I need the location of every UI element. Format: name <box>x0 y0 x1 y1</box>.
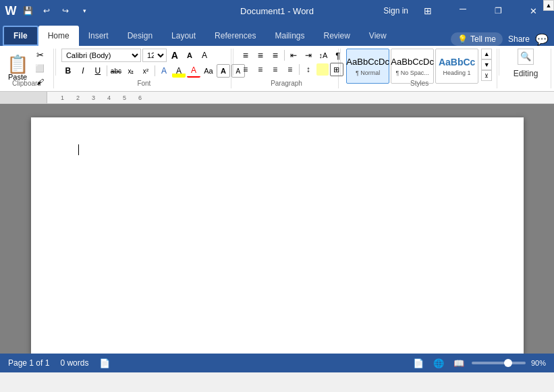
search-button[interactable]: 🔍 <box>518 49 534 65</box>
read-mode-button[interactable]: 📖 <box>451 357 466 369</box>
collapse-ribbon-area: ▲ <box>551 49 554 88</box>
zoom-thumb <box>504 359 512 367</box>
style-normal-label: ¶ Normal <box>356 69 380 76</box>
tab-mailings[interactable]: Mailings <box>265 26 314 46</box>
ruler-mark-1: 1 <box>61 94 64 101</box>
zoom-slider[interactable] <box>472 362 526 364</box>
layout-icon-button[interactable]: ⊞ <box>412 0 443 22</box>
styles-gallery: AaBbCcDc ¶ Normal AaBbCcDc ¶ No Spac... … <box>346 49 478 84</box>
style-normal[interactable]: AaBbCcDc ¶ Normal <box>346 49 389 84</box>
clipboard-label: Clipboard <box>0 80 53 87</box>
bold-button[interactable]: B <box>61 64 75 78</box>
font-name-selector[interactable]: Calibri (Body) <box>61 49 141 62</box>
shrink-font-button[interactable]: A <box>183 49 196 62</box>
align-right-button[interactable]: ≡ <box>269 63 282 76</box>
highlight-button[interactable]: A <box>172 64 186 78</box>
document-area[interactable] <box>0 104 554 354</box>
collapse-ribbon-button[interactable]: ▲ <box>543 0 554 11</box>
copy-button[interactable]: ⬜ <box>32 62 47 74</box>
tab-references[interactable]: References <box>205 26 265 46</box>
tab-view[interactable]: View <box>360 26 396 46</box>
style-heading1-preview: AaBbCc <box>439 56 475 69</box>
proofing-icon[interactable]: 📄 <box>99 358 110 368</box>
style-no-space-label: ¶ No Spac... <box>395 69 428 76</box>
styles-scroll-down[interactable]: ▼ <box>481 59 492 70</box>
multilevel-button[interactable]: ≡ <box>269 49 282 62</box>
font-row-2: B I U abc x₂ x² A A A Aa A A <box>61 64 245 78</box>
para-divider-2 <box>299 64 300 75</box>
tab-file[interactable]: File <box>3 26 38 46</box>
font-divider-1 <box>107 65 107 76</box>
tab-layout[interactable]: Layout <box>162 26 205 46</box>
styles-label: Styles <box>342 80 497 87</box>
style-no-space-preview: AaBbCcDc <box>391 56 434 68</box>
align-left-button[interactable]: ≡ <box>239 63 252 76</box>
para-row-2: ≡ ≡ ≡ ≡ ↕ ⊞ <box>239 63 343 76</box>
increase-indent-button[interactable]: ⇥ <box>302 49 315 62</box>
style-no-space[interactable]: AaBbCcDc ¶ No Spac... <box>391 49 434 84</box>
font-color-button[interactable]: A <box>187 64 200 78</box>
tab-insert[interactable]: Insert <box>79 26 118 46</box>
comments-icon[interactable]: 💬 <box>535 33 549 46</box>
font-group: Calibri (Body) 12 A A A B I U abc x₂ x² … <box>57 49 231 88</box>
cut-button[interactable]: ✂ <box>32 49 47 61</box>
shading-button[interactable] <box>316 63 329 76</box>
divider-4 <box>499 49 499 76</box>
quick-more-button[interactable]: ▾ <box>77 3 92 18</box>
ruler-mark-6: 6 <box>138 94 142 101</box>
tell-me-label: Tell me <box>470 34 496 44</box>
paragraph-group: ≡ ≡ ≡ ⇤ ⇥ ↕A ¶ ≡ ≡ ≡ ≡ ↕ ⊞ Paragraph <box>235 49 339 88</box>
print-layout-button[interactable]: 📄 <box>411 357 426 369</box>
sort-button[interactable]: ↕A <box>316 49 330 62</box>
quick-undo-button[interactable]: ↩ <box>39 3 54 18</box>
lightbulb-icon: 💡 <box>458 34 468 44</box>
italic-button[interactable]: I <box>76 64 90 78</box>
ribbon-tabs: File Home Insert Design Layout Reference… <box>0 22 554 46</box>
underline-button[interactable]: U <box>91 64 105 78</box>
style-heading1-label: Heading 1 <box>443 69 471 76</box>
align-center-button[interactable]: ≡ <box>254 63 267 76</box>
justify-button[interactable]: ≡ <box>283 63 297 76</box>
clear-format-button[interactable]: A <box>198 49 211 62</box>
sign-in-button[interactable]: Sign in <box>383 6 408 16</box>
subscript-button[interactable]: x₂ <box>124 64 138 78</box>
tab-review[interactable]: Review <box>314 26 359 46</box>
title-left: W 💾 ↩ ↪ ▾ <box>5 3 92 18</box>
minimize-button[interactable]: ─ <box>447 0 478 22</box>
ruler-marks: 1 2 3 4 5 6 <box>61 94 154 101</box>
change-case-button[interactable]: Aa <box>202 64 215 78</box>
font-divider-2 <box>155 65 155 76</box>
font-size-selector[interactable]: 12 <box>142 49 167 62</box>
superscript-button[interactable]: x² <box>139 64 153 78</box>
quick-redo-button[interactable]: ↪ <box>58 3 73 18</box>
strikethrough-button[interactable]: abc <box>109 64 123 78</box>
styles-scroll: ▲ ▼ ⊻ <box>481 49 492 81</box>
line-spacing-button[interactable]: ↕ <box>302 63 315 76</box>
styles-scroll-up[interactable]: ▲ <box>481 49 492 59</box>
document-page[interactable] <box>31 117 524 354</box>
main-area: 1 2 3 4 5 6 <box>0 92 554 354</box>
editing-label: Editing <box>508 66 544 81</box>
borders-button[interactable]: ⊞ <box>330 63 343 76</box>
bullets-button[interactable]: ≡ <box>239 49 252 62</box>
share-button[interactable]: Share <box>508 34 530 44</box>
para-divider-1 <box>284 50 285 61</box>
restore-button[interactable]: ❐ <box>482 0 514 22</box>
ruler-mark-2: 2 <box>76 94 80 101</box>
grow-font-button[interactable]: A <box>168 49 182 62</box>
decrease-indent-button[interactable]: ⇤ <box>287 49 300 62</box>
web-layout-button[interactable]: 🌐 <box>431 357 446 369</box>
status-bar: Page 1 of 1 0 words 📄 📄 🌐 📖 90% <box>0 354 554 372</box>
numbering-button[interactable]: ≡ <box>254 49 267 62</box>
tell-me-input[interactable]: 💡 Tell me <box>451 32 503 46</box>
style-heading1[interactable]: AaBbCc Heading 1 <box>435 49 478 84</box>
para-row-1: ≡ ≡ ≡ ⇤ ⇥ ↕A ¶ <box>239 49 345 62</box>
tab-home[interactable]: Home <box>38 26 79 46</box>
paste-button[interactable]: 📋 Paste <box>4 54 31 82</box>
quick-save-button[interactable]: 💾 <box>20 3 35 18</box>
grow-button-2[interactable]: A <box>217 64 230 78</box>
tab-design[interactable]: Design <box>118 26 162 46</box>
text-effects-button[interactable]: A <box>157 64 171 78</box>
font-row-1: Calibri (Body) 12 A A A <box>61 49 211 62</box>
zoom-percentage: 90% <box>531 359 546 367</box>
